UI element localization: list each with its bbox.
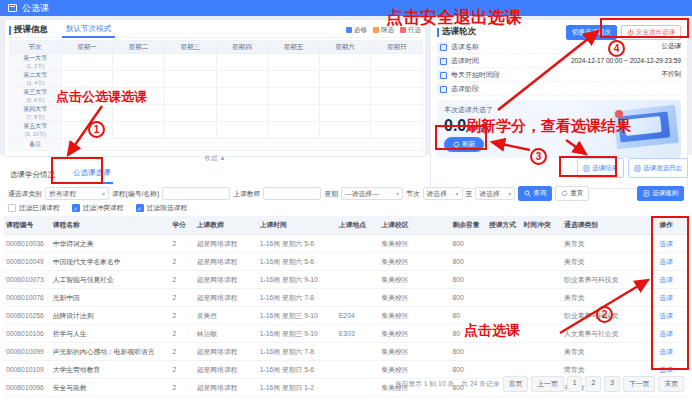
credit-summary-banner: 本次选课共选了 0.0 学分 刷新 (437, 100, 681, 158)
reset-button[interactable]: 重置 (555, 186, 589, 201)
course-credit: 2 (170, 289, 194, 307)
timetable-column-header: 星期日 (371, 41, 423, 54)
pagination-button[interactable]: 3 (604, 376, 620, 392)
timetable-cell (319, 71, 371, 88)
select-course-link[interactable]: 选课 (659, 312, 673, 319)
chevron-down-icon: ▾ (508, 190, 511, 197)
info-label: 选课阶段 (451, 84, 479, 94)
timetable-cell (113, 88, 165, 105)
course-teacher: 超星网络课程 (195, 289, 258, 307)
pagination-button[interactable]: 末页 (658, 376, 684, 392)
selection-rules-button[interactable]: 选课规则 (637, 186, 684, 201)
teacher-input[interactable] (263, 187, 321, 200)
course-credit: 2 (170, 235, 194, 253)
timetable-cell (61, 122, 113, 139)
checkbox-icon: ✓ (136, 204, 144, 212)
selection-result-button[interactable]: 选课结果 (577, 158, 624, 178)
table-row: 0006010090 工匠精神 2 超星网络课程 1-16周 星期日 7-8 集… (4, 397, 688, 400)
refresh-credits-button[interactable]: 刷新 (444, 137, 484, 152)
info-label: 每天开始时间段 (451, 70, 500, 80)
select-course-link[interactable]: 选课 (659, 366, 673, 373)
teacher-label: 上课教师 (233, 189, 260, 199)
credit-unit: 学分 (471, 124, 486, 133)
period-label: 第一大节(1, 2节) (10, 54, 62, 71)
filter-checkbox[interactable]: ✓ 过滤冲突课程 (72, 203, 124, 213)
switch-round-button[interactable]: 切换选课轮次 (566, 25, 617, 40)
period-label: 第五大节(9, 10节) (10, 122, 62, 139)
tab-item[interactable]: 选课学分情况 (8, 166, 57, 184)
table-column-header: 授课方式 (487, 216, 522, 235)
course-id: 0006010076 (4, 289, 51, 307)
round-info-row: 选课阶段 (437, 82, 681, 96)
timetable-column-header: 星期四 (216, 41, 268, 54)
legend-item: 限选 (373, 26, 394, 35)
course-category: 美育类 (562, 253, 657, 271)
timetable-row: 第三大节(5, 6节) (10, 88, 423, 105)
course-teacher: 超星网络课程 (195, 379, 258, 397)
timetable-column-header: 星期五 (268, 41, 320, 54)
withdraw-log-button[interactable]: 选课退选日志 (628, 158, 688, 178)
info-label: 选课时间 (451, 56, 479, 66)
timetable-cell (268, 71, 320, 88)
select-course-link[interactable]: 选课 (659, 348, 673, 355)
pagination-button[interactable]: 上一页 (531, 376, 563, 392)
note-label: 备注 (10, 139, 62, 151)
course-credit: 2 (170, 253, 194, 271)
course-teacher: 超星网络课程 (195, 235, 258, 253)
course-capacity: 80 (450, 307, 487, 325)
period-from-select[interactable]: 请选择▾ (423, 187, 463, 200)
tab-item[interactable]: 公选课选课 (71, 164, 113, 184)
course-time: 1-16周 星期六 7-8 (258, 289, 337, 307)
pagination-button[interactable]: 首页 (503, 376, 529, 392)
course-credit: 2 (170, 271, 194, 289)
week-select[interactable]: ---请选择---▾ (341, 187, 403, 200)
pagination-button[interactable]: 下一页 (623, 376, 655, 392)
table-row: 0006010106 哲学与人生 2 林治敏 1-16周 星期三 9-10 E3… (4, 325, 688, 343)
course-campus: 集美校区 (379, 235, 450, 253)
select-course-link[interactable]: 选课 (659, 258, 673, 265)
timetable-row: 第二大节(3, 4节) (10, 71, 423, 88)
course-credit: 2 (170, 325, 194, 343)
course-campus: 集美校区 (379, 343, 450, 361)
timetable-cell (113, 71, 165, 88)
course-capacity: 800 (450, 271, 487, 289)
pagination-button[interactable]: 1 (567, 376, 583, 392)
timetable-cell (164, 71, 216, 88)
select-course-link[interactable]: 选课 (659, 330, 673, 337)
course-id: 0006010090 (4, 397, 51, 400)
timetable-row: 第一大节(1, 2节) (10, 54, 423, 71)
filter-checkbox[interactable]: ✓ 过滤限选课程 (136, 203, 188, 213)
table-column-header: 上课教师 (195, 216, 258, 235)
timetable-cell (61, 105, 113, 122)
category-select[interactable]: 所有课程▾ (45, 187, 109, 200)
course-room (337, 379, 380, 397)
tab-default-period-mode[interactable]: 默认节次模式 (62, 22, 115, 38)
course-room (337, 343, 380, 361)
course-category: 职业素养与科技类 (562, 307, 657, 325)
course-category: 美育类 (562, 343, 657, 361)
pagination-info: 当前显示 1 到 10 条，共 24 条记录 (395, 379, 500, 389)
filter-checkbox[interactable]: 过滤已满课程 (8, 203, 60, 213)
timetable-column-header: 星期六 (319, 41, 371, 54)
search-button[interactable]: 查询 (518, 186, 552, 201)
course-category: 美育类 (562, 235, 657, 253)
timetable-cell (216, 88, 268, 105)
select-course-link[interactable]: 选课 (659, 240, 673, 247)
select-course-link[interactable]: 选课 (659, 294, 673, 301)
select-course-link[interactable]: 选课 (659, 276, 673, 283)
timetable-cell (61, 54, 113, 71)
table-row: 0006010036 中华诗词之美 2 超星网络课程 1-16周 星期六 5-6… (4, 235, 688, 253)
table-column-header: 学分 (170, 216, 194, 235)
timetable-cell (371, 105, 423, 122)
timetable-cell (371, 122, 423, 139)
course-capacity: 800 (450, 343, 487, 361)
period-to-select[interactable]: 请选择▾ (475, 187, 515, 200)
period-label: 节次 (406, 189, 420, 199)
pagination-button[interactable]: 2 (585, 376, 601, 392)
timetable-cell (164, 122, 216, 139)
timetable-cell (216, 54, 268, 71)
course-method (487, 397, 522, 400)
course-conflict (522, 307, 563, 325)
safe-exit-button[interactable]: 安全退出选课 (621, 25, 681, 40)
course-input[interactable] (162, 187, 230, 200)
